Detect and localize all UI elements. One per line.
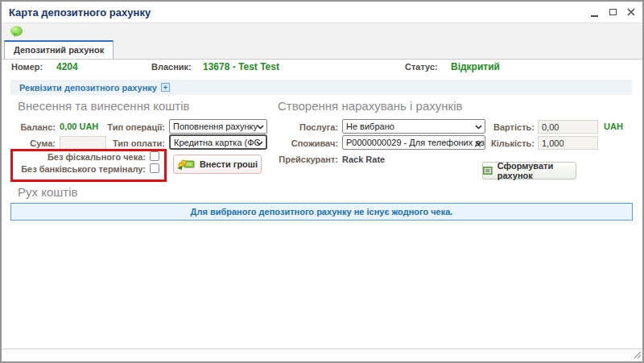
toolbar — [2, 23, 642, 41]
owner-label: Власник: — [151, 62, 192, 72]
consumer-select[interactable]: P0000000029 - Для телефоних дзв — [342, 135, 485, 150]
minimize-button[interactable] — [588, 6, 601, 19]
pricelist-value: Rack Rate — [342, 155, 385, 164]
cost-input[interactable]: 0,00 — [538, 120, 598, 134]
chevron-down-icon — [256, 141, 263, 146]
payment-type-label: Тип оплати: — [98, 138, 165, 148]
service-value: Не вибрано — [346, 122, 394, 131]
pricelist-label: Прейскурант: — [274, 155, 338, 164]
chevron-down-icon — [475, 141, 482, 146]
minimize-icon — [591, 15, 598, 17]
money-in-icon — [177, 159, 195, 170]
service-select[interactable]: Не вибрано — [342, 119, 485, 134]
chevron-down-icon — [257, 125, 264, 130]
expand-plus-icon[interactable]: + — [161, 83, 170, 92]
tab-strip: Депозитний рахунок — [2, 40, 642, 60]
movements-section-title: Рух коштів — [18, 185, 77, 199]
owner-value: 13678 - Test Test — [203, 61, 279, 72]
title-bar: Карта депозитного рахунку — [2, 2, 642, 23]
funds-section-title: Внесення та винесення коштів — [18, 99, 190, 113]
number-value: 4204 — [56, 61, 78, 72]
generate-invoice-button[interactable]: Сформувати рахунок — [482, 162, 576, 179]
number-label: Номер: — [11, 62, 43, 72]
quantity-value: 1,000 — [542, 138, 564, 148]
resize-grip[interactable] — [633, 350, 642, 361]
payment-type-value: Кредитна картка (ФС — [174, 138, 261, 147]
no-fiscal-check-checkbox[interactable] — [150, 151, 159, 161]
operation-type-select[interactable]: Поповнення рахунку — [169, 119, 267, 134]
cost-currency: UAH — [604, 122, 623, 131]
close-button[interactable] — [625, 6, 638, 19]
deposit-account-card-window: Карта депозитного рахунку Депозитний рах… — [0, 0, 644, 363]
tab-deposit-account[interactable]: Депозитний рахунок — [4, 40, 114, 59]
maximize-icon — [609, 9, 617, 15]
quantity-label: Кількість: — [483, 138, 535, 148]
window-controls — [588, 6, 638, 19]
maximize-button[interactable] — [606, 6, 619, 19]
operation-type-value: Поповнення рахунку — [173, 122, 258, 131]
window-title: Карта депозитного рахунку — [9, 6, 151, 19]
no-bank-terminal-checkbox[interactable] — [150, 163, 159, 173]
deposit-money-button-label: Внести гроші — [200, 159, 258, 169]
balance-value: 0,00 UAH — [60, 122, 98, 131]
no-bank-terminal-label: Без банківського терміналу: — [13, 164, 146, 174]
deposit-money-button[interactable]: Внести гроші — [173, 155, 262, 174]
status-label: Статус: — [405, 62, 438, 72]
amount-label: Сума: — [11, 138, 56, 148]
invoice-icon — [483, 166, 493, 175]
no-fiscal-check-label: Без фіскального чека: — [13, 152, 146, 162]
consumer-label: Споживач: — [282, 138, 338, 148]
details-expander-label: Реквізити депозитного рахунку — [19, 83, 157, 93]
generate-invoice-button-label: Сформувати рахунок — [497, 161, 576, 180]
empty-movements-message: Для вибраного депозитного рахунку не існ… — [191, 207, 453, 217]
consumer-value: P0000000029 - Для телефоних дзв — [346, 138, 485, 147]
quantity-input[interactable]: 1,000 — [538, 136, 598, 150]
status-value: Відкритий — [451, 61, 500, 72]
comment-balloon-icon[interactable] — [10, 26, 23, 36]
cost-label: Вартість: — [483, 122, 535, 132]
status-bar — [2, 349, 642, 361]
close-icon — [627, 8, 635, 16]
service-label: Послуга: — [282, 122, 338, 132]
resize-grip-icon — [633, 350, 642, 359]
details-expander[interactable]: Реквізити депозитного рахунку + — [10, 80, 632, 95]
cost-value: 0,00 — [542, 122, 559, 132]
chevron-down-icon — [475, 125, 482, 130]
payment-type-select[interactable]: Кредитна картка (ФС — [169, 134, 267, 150]
empty-movements-message-bar: Для вибраного депозитного рахунку не існ… — [10, 203, 633, 221]
charges-section-title: Створення нарахувань і рахунків — [278, 99, 462, 113]
balance-label: Баланс: — [11, 122, 56, 132]
operation-type-label: Тип операції: — [98, 122, 165, 132]
